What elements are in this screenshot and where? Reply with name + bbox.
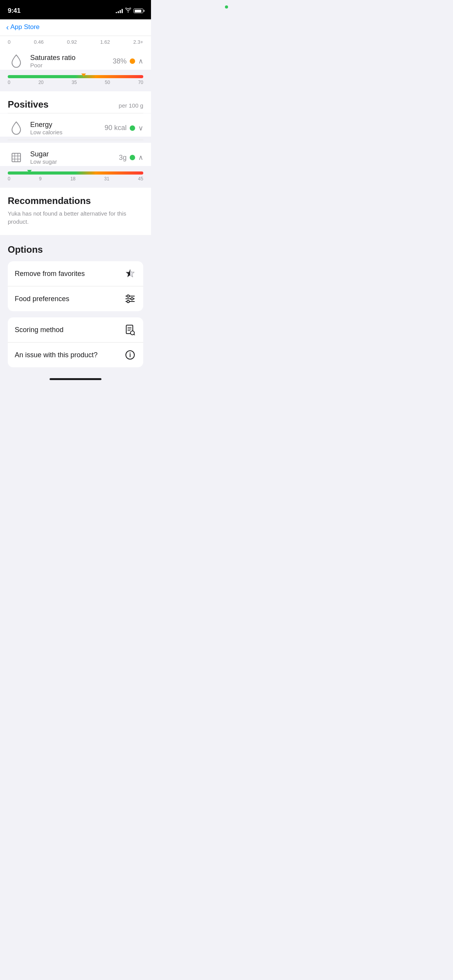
sugar-bar-label-1: 9	[39, 176, 42, 182]
drop-icon	[8, 53, 25, 70]
energy-expand-button[interactable]: ∨	[138, 124, 143, 132]
sugar-bar-label-4: 45	[138, 176, 143, 182]
home-indicator	[0, 373, 151, 388]
saturates-bar-marker	[81, 74, 86, 77]
positives-section-header: Positives per 100 g	[0, 91, 151, 113]
options-card-1: Remove from favorites Food preferences	[8, 261, 143, 311]
remove-favorites-label: Remove from favorites	[15, 270, 85, 278]
sugar-value: 3g	[119, 154, 127, 162]
scoring-method-row[interactable]: Scoring method	[8, 317, 143, 342]
scale-header: 0 0.46 0.92 1.62 2.3+	[0, 36, 151, 46]
saturates-bar-label-3: 50	[105, 80, 110, 85]
positives-title: Positives	[8, 99, 48, 110]
sugar-gradient-bar	[8, 171, 143, 175]
sugar-bar-labels: 0 9 18 31 45	[8, 176, 143, 182]
saturates-sub: Poor	[30, 62, 76, 69]
info-circle-icon	[124, 349, 136, 361]
svg-rect-0	[12, 153, 21, 162]
options-title: Options	[8, 244, 143, 255]
scale-label-2: 0.92	[67, 39, 77, 45]
issue-product-label: An issue with this product?	[15, 351, 98, 359]
saturates-bar-label-2: 35	[72, 80, 77, 85]
svg-point-20	[130, 353, 130, 353]
filters-icon	[124, 293, 136, 305]
sugar-bar-container: 0 9 18 31 45	[0, 168, 151, 188]
issue-product-row[interactable]: An issue with this product?	[8, 342, 143, 367]
sugar-bar-label-2: 18	[70, 176, 76, 182]
wifi-icon	[125, 8, 131, 14]
home-bar	[50, 378, 101, 380]
options-section: Options Remove from favorites Food prefe…	[0, 235, 151, 367]
scoring-method-label: Scoring method	[15, 326, 63, 334]
saturates-row: Saturates ratio Poor 38% ∧	[8, 53, 143, 70]
remove-favorites-row[interactable]: Remove from favorites	[8, 261, 143, 286]
sugar-expand-button[interactable]: ∧	[138, 153, 143, 162]
energy-name: Energy	[30, 121, 62, 129]
saturates-name: Saturates ratio	[30, 54, 76, 62]
scale-label-0: 0	[8, 39, 10, 45]
document-search-icon	[124, 324, 136, 336]
svg-point-11	[127, 300, 129, 303]
saturates-bar-container: 0 20 35 50 70	[0, 71, 151, 91]
food-preferences-label: Food preferences	[15, 295, 69, 303]
energy-row: Energy Low calories 90 kcal ∨	[8, 120, 143, 137]
svg-point-10	[131, 298, 133, 300]
saturates-bar-label-0: 0	[8, 80, 10, 85]
saturates-value: 38%	[113, 57, 127, 65]
energy-drop-icon	[8, 120, 25, 137]
energy-value: 90 kcal	[105, 124, 127, 132]
nav-bar: ‹ App Store	[0, 19, 151, 36]
cube-icon	[8, 149, 25, 166]
energy-sub: Low calories	[30, 129, 62, 135]
sugar-sub: Low sugar	[30, 158, 57, 165]
sugar-bar-marker	[27, 170, 32, 173]
saturates-status-dot	[130, 58, 135, 64]
svg-marker-5	[126, 269, 134, 277]
energy-section: Energy Low calories 90 kcal ∨	[0, 113, 151, 137]
divider-2	[8, 140, 143, 140]
food-preferences-row[interactable]: Food preferences	[8, 286, 143, 311]
sugar-row: Sugar Low sugar 3g ∧	[8, 149, 143, 166]
recommendations-section: Recommendations Yuka has not found a bet…	[0, 195, 151, 235]
saturates-bar-label-1: 20	[38, 80, 43, 85]
status-icons	[116, 9, 143, 14]
svg-point-9	[127, 295, 129, 297]
recommendations-title: Recommendations	[8, 195, 143, 206]
sugar-section: Sugar Low sugar 3g ∧	[0, 143, 151, 166]
sugar-bar-label-0: 0	[8, 176, 10, 182]
saturates-bar-label-4: 70	[138, 80, 143, 85]
svg-line-17	[134, 334, 135, 335]
status-bar: 9:41	[0, 0, 151, 19]
battery-icon	[134, 9, 143, 13]
back-label: App Store	[10, 23, 40, 31]
sugar-status-dot	[130, 155, 135, 160]
scale-label-1: 0.46	[34, 39, 44, 45]
recommendations-text: Yuka has not found a better alternative …	[8, 209, 143, 226]
per-unit-label: per 100 g	[119, 102, 143, 109]
star-icon	[124, 267, 136, 280]
saturates-expand-button[interactable]: ∧	[138, 57, 143, 65]
signal-bars-icon	[116, 9, 123, 13]
sugar-name: Sugar	[30, 150, 57, 158]
back-button[interactable]: ‹ App Store	[6, 23, 39, 31]
scale-label-4: 2.3+	[133, 39, 143, 45]
back-chevron-icon: ‹	[6, 23, 9, 31]
saturates-section: Saturates ratio Poor 38% ∧	[0, 46, 151, 70]
energy-status-dot	[130, 125, 135, 131]
scale-label-3: 1.62	[100, 39, 110, 45]
sugar-bar-label-3: 31	[104, 176, 109, 182]
options-card-2: Scoring method An issue with this produc…	[8, 317, 143, 367]
saturates-bar-labels: 0 20 35 50 70	[8, 80, 143, 85]
saturates-gradient-bar	[8, 75, 143, 78]
status-time: 9:41	[8, 7, 21, 15]
